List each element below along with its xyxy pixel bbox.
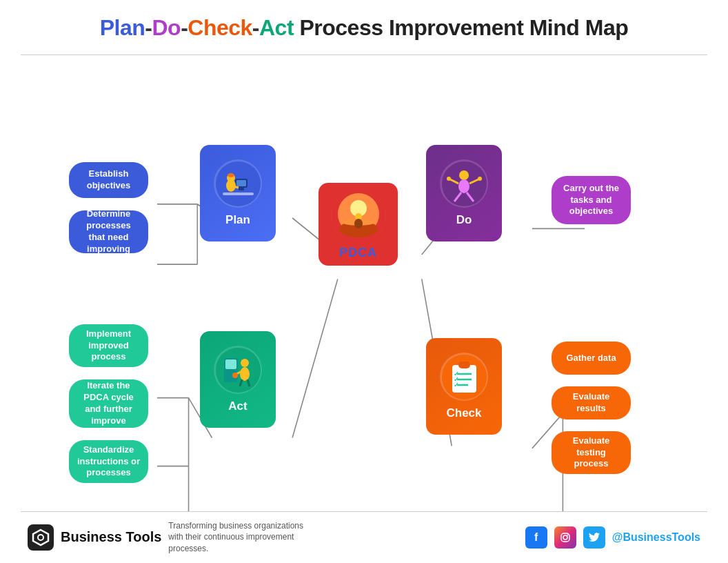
- standardize-box: Standardize instructions or processes: [69, 440, 148, 483]
- page-container: Plan-Do-Check-Act Process Improvement Mi…: [0, 0, 728, 563]
- determine-box: Determine processes that need improving: [69, 210, 148, 253]
- svg-point-61: [354, 219, 363, 228]
- act-node: Act: [200, 331, 276, 428]
- pdca-node: PDCA: [318, 183, 398, 266]
- establish-label: Establish objectives: [77, 168, 140, 192]
- implement-label: Implement improved process: [77, 328, 140, 364]
- evaluate-results-label: Evaluate results: [560, 391, 623, 415]
- act-icon-circle: [214, 346, 262, 394]
- gather-label: Gather data: [566, 353, 616, 364]
- determine-label: Determine processes that need improving: [77, 208, 140, 255]
- carry-box: Carry out the tasks and objectives: [552, 176, 631, 224]
- title-dash2: -: [181, 15, 188, 40]
- plan-node-label: Plan: [225, 213, 250, 227]
- title-do: Do: [152, 15, 181, 40]
- plan-illustration: [216, 161, 261, 206]
- svg-rect-22: [239, 188, 244, 190]
- logo-icon: [32, 529, 50, 546]
- svg-rect-30: [225, 359, 236, 369]
- do-illustration: [442, 161, 487, 206]
- pdca-illustration: [331, 188, 386, 241]
- do-node-label: Do: [456, 213, 472, 227]
- svg-point-66: [567, 534, 568, 535]
- svg-rect-28: [216, 348, 261, 393]
- svg-point-34: [232, 373, 238, 378]
- svg-point-39: [458, 179, 469, 193]
- evaluate-results-box: Evaluate results: [552, 386, 631, 419]
- footer: Business Tools Transforming business org…: [0, 512, 728, 563]
- title-dash3: -: [252, 15, 259, 40]
- svg-point-32: [240, 367, 250, 381]
- plan-icon-circle: [214, 159, 262, 208]
- svg-rect-48: [458, 362, 470, 368]
- act-node-label: Act: [228, 399, 247, 413]
- do-node: Do: [426, 145, 502, 241]
- svg-marker-62: [33, 530, 48, 545]
- plan-node: Plan: [200, 145, 276, 241]
- social-handle: @BusinessTools: [612, 531, 700, 544]
- title-act: Act: [259, 15, 294, 40]
- iterate-label: Iterate the PDCA cycle and further impro…: [77, 380, 140, 427]
- svg-point-65: [563, 535, 567, 540]
- svg-text:✓: ✓: [454, 382, 459, 388]
- svg-rect-20: [223, 192, 254, 195]
- svg-point-25: [228, 173, 234, 177]
- pdca-icon-circle: [331, 188, 386, 241]
- check-node: ✓ ✓ ✓ Check: [426, 338, 502, 435]
- standardize-label: Standardize instructions or processes: [77, 444, 140, 480]
- check-node-label: Check: [446, 406, 481, 420]
- svg-point-31: [241, 359, 249, 367]
- facebook-icon[interactable]: f: [525, 526, 547, 549]
- diagram-area: Establish objectives Determine processes…: [0, 55, 728, 511]
- title-rest: Process Improvement Mind Map: [294, 15, 628, 40]
- evaluate-testing-box: Evaluate testing process: [552, 431, 631, 474]
- carry-label: Carry out the tasks and objectives: [560, 183, 623, 218]
- title-plan: Plan: [100, 15, 145, 40]
- footer-right: f @BusinessTools: [525, 526, 700, 549]
- check-icon-circle: ✓ ✓ ✓: [440, 353, 488, 401]
- title-check: Check: [188, 15, 252, 40]
- iterate-box: Iterate the PDCA cycle and further impro…: [69, 379, 148, 428]
- footer-brand: Business Tools: [61, 529, 161, 545]
- page-title: Plan-Do-Check-Act Process Improvement Mi…: [28, 15, 700, 41]
- footer-logo: [28, 524, 54, 551]
- gather-box: Gather data: [552, 342, 631, 375]
- svg-rect-27: [236, 180, 246, 186]
- footer-left: Business Tools Transforming business org…: [28, 520, 320, 555]
- title-dash1: -: [145, 15, 152, 40]
- implement-box: Implement improved process: [69, 324, 148, 367]
- twitter-icon[interactable]: [583, 526, 605, 549]
- instagram-icon[interactable]: [554, 526, 576, 549]
- svg-line-1: [292, 279, 338, 437]
- check-illustration: ✓ ✓ ✓: [442, 355, 487, 399]
- svg-point-42: [447, 177, 451, 181]
- svg-point-38: [459, 170, 469, 180]
- act-illustration: [216, 348, 261, 393]
- pdca-node-label: PDCA: [339, 246, 377, 260]
- svg-point-63: [38, 535, 43, 540]
- svg-point-43: [478, 177, 482, 181]
- footer-tagline: Transforming business organizations with…: [168, 520, 320, 555]
- establish-box: Establish objectives: [69, 162, 148, 198]
- do-icon-circle: [440, 159, 488, 208]
- evaluate-testing-label: Evaluate testing process: [560, 435, 623, 471]
- header: Plan-Do-Check-Act Process Improvement Mi…: [0, 0, 728, 48]
